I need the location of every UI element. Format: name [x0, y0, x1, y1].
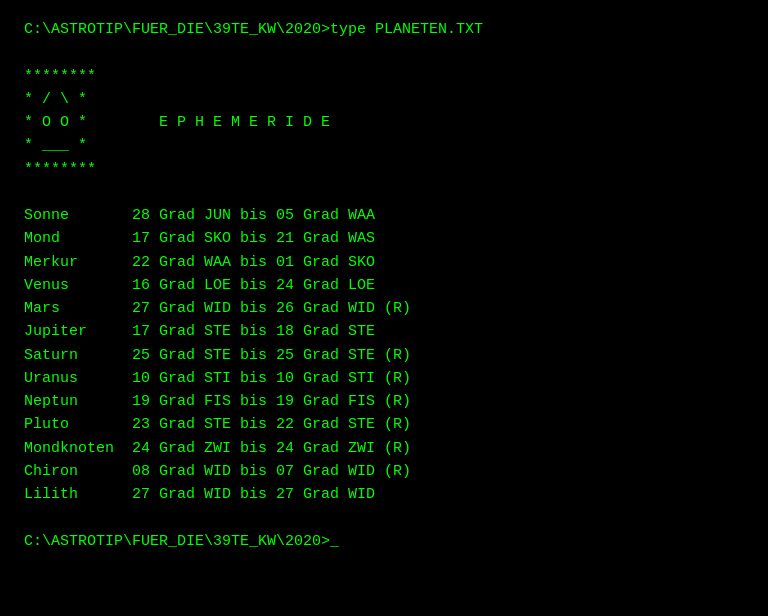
prompt-bottom: C:\ASTROTIP\FUER_DIE\39TE_KW\2020>_	[24, 530, 744, 553]
planet-list: Sonne 28 Grad JUN bis 05 Grad WAA Mond 1…	[24, 204, 744, 506]
planet-uranus: Uranus 10 Grad STI bis 10 Grad STI (R)	[24, 367, 744, 390]
logo-line-4: * ___ *	[24, 134, 330, 157]
planet-neptun: Neptun 19 Grad FIS bis 19 Grad FIS (R)	[24, 390, 744, 413]
cursor: _	[330, 533, 339, 550]
planet-sonne: Sonne 28 Grad JUN bis 05 Grad WAA	[24, 204, 744, 227]
planet-chiron: Chiron 08 Grad WID bis 07 Grad WID (R)	[24, 460, 744, 483]
logo-and-title: ******** * / \ * * O O * E P H E M E R I…	[24, 65, 744, 181]
blank-line-1	[24, 41, 744, 64]
logo-line-1: ********	[24, 65, 330, 88]
blank-line-3	[24, 506, 744, 529]
planet-merkur: Merkur 22 Grad WAA bis 01 Grad SKO	[24, 251, 744, 274]
prompt-top: C:\ASTROTIP\FUER_DIE\39TE_KW\2020>type P…	[24, 18, 744, 41]
planet-venus: Venus 16 Grad LOE bis 24 Grad LOE	[24, 274, 744, 297]
planet-saturn: Saturn 25 Grad STE bis 25 Grad STE (R)	[24, 344, 744, 367]
blank-line-2	[24, 181, 744, 204]
planet-lilith: Lilith 27 Grad WID bis 27 Grad WID	[24, 483, 744, 506]
planet-mondknoten: Mondknoten 24 Grad ZWI bis 24 Grad ZWI (…	[24, 437, 744, 460]
planet-mond: Mond 17 Grad SKO bis 21 Grad WAS	[24, 227, 744, 250]
logo-line-3: * O O * E P H E M E R I D E	[24, 111, 330, 134]
terminal-window: C:\ASTROTIP\FUER_DIE\39TE_KW\2020>type P…	[24, 18, 744, 553]
logo-line-2: * / \ *	[24, 88, 330, 111]
planet-pluto: Pluto 23 Grad STE bis 22 Grad STE (R)	[24, 413, 744, 436]
planet-mars: Mars 27 Grad WID bis 26 Grad WID (R)	[24, 297, 744, 320]
logo-line-5: ********	[24, 158, 330, 181]
ascii-logo: ******** * / \ * * O O * E P H E M E R I…	[24, 65, 330, 181]
planet-jupiter: Jupiter 17 Grad STE bis 18 Grad STE	[24, 320, 744, 343]
